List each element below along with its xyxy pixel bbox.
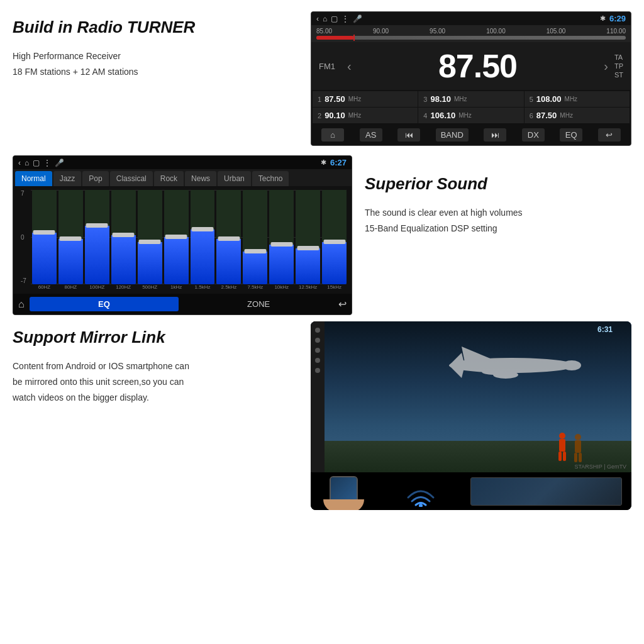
eq-freq-label-80hz: 80HZ [58, 284, 83, 290]
airplane-icon [443, 334, 581, 397]
eq-band-2-5khz-fill [216, 239, 241, 284]
eq-tab-rock[interactable]: Rock [154, 171, 184, 186]
radio-eq-btn[interactable]: EQ [560, 128, 582, 142]
mirror-description: Support Mirror Link Content from Android… [13, 321, 298, 406]
eq-band-10khz[interactable] [269, 190, 294, 284]
back-icon[interactable]: ‹ [316, 14, 319, 23]
svg-rect-11 [563, 452, 566, 461]
eq-back-btn[interactable]: ↩ [338, 298, 347, 310]
mirror-bottom-bar [311, 472, 631, 510]
eq-home-btn[interactable]: ⌂ [18, 299, 25, 310]
radio-next-arrow[interactable]: › [604, 59, 608, 74]
eq-tab-news[interactable]: News [185, 171, 216, 186]
svg-rect-13 [575, 440, 581, 453]
wifi-connection-area [383, 475, 458, 507]
preset-2[interactable]: 2 90.10 MHz [313, 108, 418, 123]
radio-prev-arrow[interactable]: ‹ [347, 59, 352, 74]
mic-icon[interactable]: 🎤 [353, 14, 362, 23]
freq-scale-4: 100.00 [486, 28, 506, 35]
eq-tab-jazz[interactable]: Jazz [53, 171, 82, 186]
radio-dx-btn[interactable]: DX [522, 128, 545, 142]
radio-band-btn[interactable]: BAND [436, 128, 469, 142]
radio-status-icons: ‹ ⌂ ▢ ⋮ 🎤 [316, 14, 362, 23]
radio-ta-tag: TA [614, 53, 623, 61]
eq-band-120hz[interactable] [111, 190, 136, 284]
eq-band-1-5khz-handle[interactable] [191, 227, 213, 231]
eq-dots-icon[interactable]: ⋮ [43, 158, 51, 167]
eq-band-7-5khz-handle[interactable] [244, 249, 266, 253]
preset-5[interactable]: 5 108.00 MHz [525, 91, 630, 107]
eq-tab-urban[interactable]: Urban [218, 171, 251, 186]
radio-home-btn[interactable]: ⌂ [321, 128, 344, 142]
eq-freq-label-1-5khz: 1.5kHz [191, 284, 215, 290]
preset-5-num: 5 [530, 96, 533, 103]
eq-band-15khz-handle[interactable] [323, 240, 345, 244]
freq-scale-6: 110.00 [606, 28, 626, 35]
eq-band-60hz[interactable] [32, 190, 57, 284]
eq-band-80hz-handle[interactable] [60, 236, 82, 241]
hand-fingers [323, 499, 364, 511]
preset-3[interactable]: 3 98.10 MHz [418, 91, 523, 107]
eq-band-100hz[interactable] [85, 190, 109, 284]
eq-eq-btn[interactable]: EQ [30, 297, 179, 311]
eq-band-1-5khz[interactable] [191, 190, 215, 284]
eq-tab-pop[interactable]: Pop [82, 171, 108, 186]
eq-freq-label-12-5khz: 12.5kHz [296, 284, 320, 290]
freq-slider-track[interactable] [316, 36, 626, 40]
eq-tab-normal[interactable]: Normal [15, 171, 52, 186]
eq-back-icon[interactable]: ‹ [18, 158, 21, 167]
eq-band-2-5khz[interactable] [216, 190, 241, 284]
eq-square-icon[interactable]: ▢ [33, 158, 40, 167]
eq-tab-classical[interactable]: Classical [110, 171, 153, 186]
eq-band-1khz-handle[interactable] [165, 235, 187, 239]
eq-mic-icon[interactable]: 🎤 [55, 158, 64, 167]
eq-freq-label-10khz: 10kHz [269, 284, 294, 290]
eq-band-2-5khz-handle[interactable] [218, 236, 240, 241]
eq-band-1khz[interactable] [164, 190, 189, 284]
eq-title: Superior Sound [365, 174, 631, 194]
radio-freq-bar: 85.00 90.00 95.00 100.00 105.00 110.00 [311, 25, 631, 42]
radio-prev-btn[interactable]: ⏮ [397, 128, 420, 142]
svg-point-12 [575, 434, 581, 440]
preset-3-unit: MHz [454, 96, 467, 103]
eq-band-500hz[interactable] [138, 190, 162, 284]
mirror-section: Support Mirror Link Content from Android… [0, 318, 644, 516]
radio-as-btn[interactable]: AS [360, 128, 382, 142]
eq-band-7-5khz-track [243, 190, 267, 284]
square-icon[interactable]: ▢ [331, 14, 338, 23]
eq-band-7-5khz[interactable] [243, 190, 267, 284]
preset-4[interactable]: 4 106.10 MHz [418, 108, 523, 123]
eq-home-icon[interactable]: ⌂ [25, 158, 29, 167]
mirror-desc-line3: watch videos on the bigger display. [13, 390, 298, 406]
radio-next-btn[interactable]: ⏭ [484, 128, 506, 142]
preset-1[interactable]: 1 87.50 MHz [313, 91, 418, 107]
eq-band-60hz-handle[interactable] [33, 230, 55, 235]
eq-band-120hz-fill [111, 235, 136, 284]
dots-icon[interactable]: ⋮ [341, 14, 349, 23]
eq-band-80hz[interactable] [58, 190, 83, 284]
eq-band-15khz[interactable] [322, 190, 347, 284]
eq-band-12-5khz-handle[interactable] [297, 246, 319, 250]
freq-scale-1: 85.00 [316, 28, 332, 35]
radio-ui-container: ‹ ⌂ ▢ ⋮ 🎤 ✱ 6:29 85.00 90.00 95.00 100.0… [311, 11, 631, 146]
mirror-side-panel [311, 321, 325, 472]
mirror-title: Support Mirror Link [13, 328, 298, 347]
svg-point-16 [419, 504, 423, 507]
eq-band-100hz-handle[interactable] [86, 223, 108, 228]
preset-6-freq: 87.50 [536, 111, 557, 120]
mirror-watermark: STARSHIP | GemTV [574, 464, 626, 470]
eq-band-1-5khz-track [191, 190, 215, 284]
radio-back-btn[interactable]: ↩ [598, 128, 621, 142]
eq-band-10khz-handle[interactable] [270, 242, 292, 247]
eq-tab-techno[interactable]: Techno [252, 171, 289, 186]
eq-band-500hz-handle[interactable] [139, 240, 161, 244]
freq-slider-fill [316, 36, 353, 40]
car-unit-screen-bg [471, 478, 621, 505]
eq-band-12-5khz[interactable] [296, 190, 320, 284]
home-icon[interactable]: ⌂ [323, 14, 327, 23]
mirror-screen: 6:31 STARSHIP | GemTV [311, 321, 631, 472]
eq-band-120hz-handle[interactable] [113, 233, 135, 237]
eq-zone-btn[interactable]: ZONE [184, 299, 333, 309]
preset-6[interactable]: 6 87.50 MHz [525, 108, 630, 123]
eq-band-60hz-fill [32, 233, 57, 285]
